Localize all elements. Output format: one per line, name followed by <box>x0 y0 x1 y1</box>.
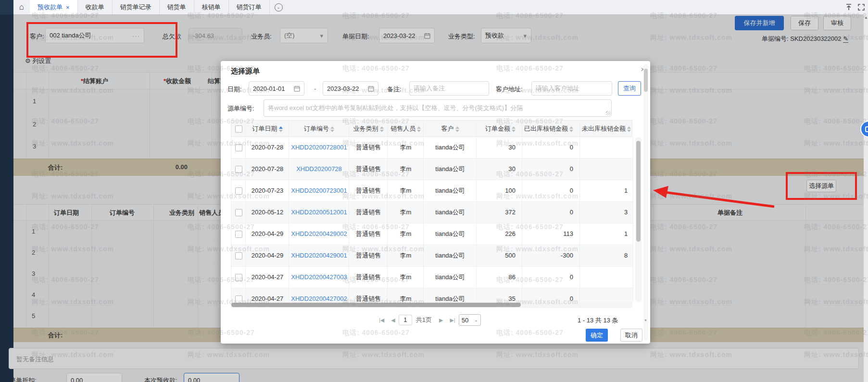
table-row[interactable]: 2020-04-27 XHDD20200427003 普通销售 李m tiand… <box>231 267 633 288</box>
cell-order-no-link[interactable]: XHDD20200429002 <box>289 223 349 245</box>
row-checkbox[interactable] <box>235 144 242 151</box>
resize-grip[interactable] <box>606 111 610 115</box>
last-page-icon[interactable]: ▶| <box>450 317 455 323</box>
query-button[interactable]: 查询 <box>618 81 641 96</box>
tab-close-icon[interactable]: × <box>66 4 70 11</box>
cell-biz-type: 普通销售 <box>349 288 388 302</box>
scroll-down-icon[interactable]: ▼ <box>644 319 647 322</box>
chevron-down-icon: ⌄ <box>474 318 478 322</box>
page-scrollbar[interactable]: ▲ <box>864 14 868 382</box>
tab-prepayment-receipt[interactable]: 预收款单 × <box>30 0 78 14</box>
cell-unsettled-clipped: 1 <box>624 223 633 245</box>
tab-writeoff[interactable]: 核销单 <box>194 0 229 14</box>
table-vertical-scrollbar[interactable] <box>635 137 642 302</box>
cell-order-no-link[interactable]: XHDD20200728 <box>289 159 349 180</box>
table-row[interactable]: 2020-04-29 XHDD20200429002 普通销售 李m tiand… <box>231 223 633 245</box>
col-seller[interactable]: 销售人员 <box>388 121 424 136</box>
modal-scrollbar[interactable]: ▼ <box>643 64 648 341</box>
customer-address-label: 客户地址: <box>496 85 523 94</box>
row-checkbox[interactable] <box>235 187 242 195</box>
date-from-input[interactable]: 2020-01-01 <box>249 81 304 96</box>
col-amount[interactable]: 订单金额 <box>477 121 522 136</box>
tab-sales-order-doc[interactable]: 销货单 <box>160 0 194 14</box>
cell-order-no-link[interactable]: XHDD20200427003 <box>289 267 349 288</box>
next-page-icon[interactable]: ▶ <box>439 317 443 323</box>
col-order-date[interactable]: 订单日期 <box>246 121 289 136</box>
row-checkbox[interactable] <box>235 231 242 238</box>
sort-icon[interactable] <box>380 126 384 132</box>
table-row[interactable]: 2020-07-28 XHDD20200728 普通销售 李m tianda公司… <box>231 159 633 180</box>
table-row[interactable]: 2020-04-29 XHDD20200429001 普通销售 李m tiand… <box>231 245 633 267</box>
table-row[interactable]: 2020-05-12 XHDD20200512001 普通销售 李m tiand… <box>231 202 633 223</box>
sort-icon[interactable] <box>330 126 334 132</box>
date-to-input[interactable]: 2023-03-22 <box>323 81 378 96</box>
cell-biz-type: 普通销售 <box>349 245 388 266</box>
sort-icon[interactable] <box>627 126 631 132</box>
row-checkbox[interactable] <box>235 209 242 216</box>
tab-bar: ⌂ 预收款单 × 收款单 销货单记录 销货单 核销单 销货订单 ⌄ <box>13 0 868 15</box>
remark-filter-input[interactable]: 请输入备注 <box>409 81 489 96</box>
table-row[interactable]: 2020-07-28 XHDD20200728001 普通销售 李m tiand… <box>231 137 633 159</box>
table-row[interactable]: 2020-07-23 XHDD20200723001 普通销售 李m tiand… <box>231 180 633 202</box>
cell-order-no-link[interactable]: XHDD20200429001 <box>289 245 349 266</box>
confirm-label: 确定 <box>591 331 603 340</box>
pin-top-icon[interactable] <box>845 3 853 11</box>
tab-receipt[interactable]: 收款单 <box>78 0 113 14</box>
scrollbar-thumb[interactable] <box>636 141 641 242</box>
scrollbar-thumb[interactable] <box>231 303 521 307</box>
tab-label: 收款单 <box>86 3 104 12</box>
sort-icon[interactable] <box>455 126 459 132</box>
cell-order-date: 2020-04-29 <box>246 223 289 245</box>
cell-settled: 113 <box>522 223 580 245</box>
tab-sales-record[interactable]: 销货单记录 <box>113 0 160 14</box>
row-checkbox[interactable] <box>235 274 242 281</box>
confirm-button[interactable]: 确定 <box>586 329 608 342</box>
scroll-up-icon[interactable]: ▲ <box>864 15 868 20</box>
row-checkbox[interactable] <box>235 252 242 259</box>
source-no-textarea[interactable]: 将word excel txt文档中的单号复制粘贴到此处，支持以【空格、逗号、分… <box>264 99 612 117</box>
row-checkbox[interactable] <box>235 166 242 173</box>
table-horizontal-scrollbar[interactable] <box>231 302 632 308</box>
page-number-input[interactable]: 1 <box>399 315 412 325</box>
col-order-no[interactable]: 订单编号 <box>289 121 349 136</box>
cell-order-no-link[interactable]: XHDD20200512001 <box>289 202 349 223</box>
modal-title: 选择源单 <box>231 67 260 76</box>
source-no-placeholder: 将word excel txt文档中的单号复制粘贴到此处，支持以【空格、逗号、分… <box>268 104 523 112</box>
sort-icon[interactable] <box>417 126 421 132</box>
cell-settled: 0 <box>522 137 580 158</box>
tab-history-icon[interactable]: ⌄ <box>275 3 283 12</box>
cell-order-no-link[interactable]: XHDD20200728001 <box>289 137 349 158</box>
cell-order-no-link[interactable]: XHDD20200427002 <box>289 288 349 302</box>
col-biz-type[interactable]: 业务类别 <box>349 121 388 136</box>
calendar-icon[interactable] <box>294 86 300 92</box>
fullscreen-icon[interactable] <box>857 3 865 11</box>
remark-filter-label: 备注: <box>387 85 402 94</box>
prev-page-icon[interactable]: ◀ <box>391 317 395 323</box>
page-size-select[interactable]: 50 ⌄ <box>459 314 481 326</box>
cancel-button[interactable]: 取消 <box>620 329 642 342</box>
table-row[interactable]: 2020-04-27 XHDD20200427002 普通销售 李m tiand… <box>231 288 633 302</box>
sort-icon[interactable] <box>512 126 516 132</box>
home-icon[interactable]: ⌂ <box>13 0 30 14</box>
sort-icon[interactable] <box>569 126 573 132</box>
cell-order-no-link[interactable]: XHDD20200723001 <box>289 180 349 201</box>
col-unsettled[interactable]: 未出库核销金额 <box>580 121 633 136</box>
row-checkbox[interactable] <box>235 296 242 302</box>
col-settled[interactable]: 已出库核销金额 <box>522 121 580 136</box>
first-page-icon[interactable]: |◀ <box>379 317 384 323</box>
date-range-separator: - <box>314 85 316 92</box>
col-customer[interactable]: 客户 <box>424 121 477 136</box>
scrollbar-thumb[interactable] <box>644 69 648 92</box>
sort-icon[interactable] <box>279 126 283 132</box>
cell-biz-type: 普通销售 <box>349 202 388 223</box>
select-all-checkbox[interactable] <box>235 125 242 133</box>
cancel-label: 取消 <box>625 331 638 340</box>
cell-customer: tianda公司 <box>424 137 477 158</box>
cell-order-date: 2020-07-23 <box>246 180 289 201</box>
row-checkbox-cell <box>231 245 246 266</box>
tab-sales-order[interactable]: 销货订单 <box>229 0 270 14</box>
customer-address-input[interactable]: 请输入客户地址 <box>531 81 612 96</box>
cell-order-date: 2020-07-28 <box>246 159 289 180</box>
calendar-icon[interactable] <box>368 86 374 92</box>
cell-unsettled-clipped: 8 <box>624 245 633 266</box>
